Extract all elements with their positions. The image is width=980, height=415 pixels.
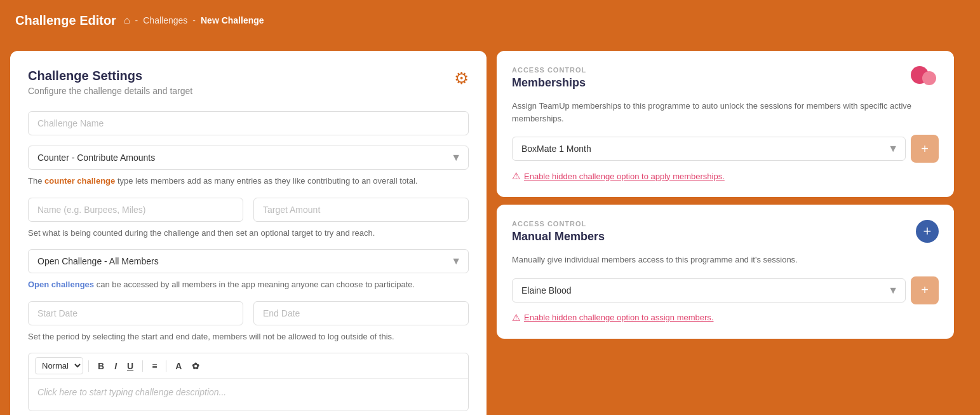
highlight-button[interactable]: ✿ [188, 358, 203, 374]
memberships-access-label: ACCESS CONTROL [512, 66, 586, 74]
open-challenges-highlight: Open challenges [28, 280, 94, 289]
editor-placeholder: Click here to start typing challenge des… [37, 387, 226, 397]
manual-member-select[interactable]: Elaine Blood [512, 278, 906, 303]
format-select[interactable]: Normal [35, 357, 83, 374]
home-icon[interactable]: ⌂ [124, 15, 130, 26]
main-content: Challenge Settings Configure the challen… [0, 41, 980, 415]
access-type-wrapper: Open Challenge - All Members ▼ [28, 249, 469, 273]
manual-members-select-row: Elaine Blood ▼ + [512, 276, 939, 304]
breadcrumb-new-challenge: New Challenge [201, 15, 264, 25]
left-panel: Challenge Settings Configure the challen… [10, 51, 487, 415]
italic-button[interactable]: I [111, 358, 121, 374]
underline-button[interactable]: U [123, 358, 137, 374]
circle-light-pink [922, 71, 936, 85]
counter-info: The counter challenge type lets members … [28, 175, 469, 187]
memberships-card: ACCESS CONTROL Memberships Assign TeamUp… [497, 51, 954, 197]
counter-challenge-highlight: counter challenge [44, 176, 115, 186]
memberships-warning-link[interactable]: Enable hidden challenge option to apply … [524, 172, 725, 181]
access-type-select[interactable]: Open Challenge - All Members [28, 249, 469, 273]
date-hint: Set the period by selecting the start an… [28, 330, 469, 343]
breadcrumb-sep-2: - [192, 15, 196, 25]
toolbar-divider-1 [88, 360, 89, 372]
manual-members-warning: ⚠ Enable hidden challenge option to assi… [512, 312, 939, 323]
panel-header-text: Challenge Settings Configure the challen… [28, 69, 192, 96]
editor-body[interactable]: Click here to start typing challenge des… [29, 379, 468, 411]
toolbar-divider-2 [142, 360, 143, 372]
breadcrumb: ⌂ - Challenges - New Challenge [124, 15, 264, 26]
gear-icon[interactable]: ⚙ [454, 69, 469, 88]
right-panel: ACCESS CONTROL Memberships Assign TeamUp… [497, 51, 954, 415]
membership-select-wrapper: BoxMate 1 Month ▼ [512, 137, 906, 161]
manual-members-header-text: ACCESS CONTROL Manual Members [512, 220, 605, 243]
membership-add-button[interactable]: + [911, 135, 939, 163]
challenge-name-input[interactable] [28, 111, 469, 135]
manual-member-select-wrapper: Elaine Blood ▼ [512, 278, 906, 303]
manual-members-card-header: ACCESS CONTROL Manual Members + [512, 220, 939, 243]
start-date-input[interactable] [28, 301, 243, 325]
list-button[interactable]: ≡ [148, 358, 161, 374]
membership-icon [911, 66, 939, 89]
target-amount-input[interactable] [253, 198, 469, 222]
open-challenges-suffix: can be accessed by all members in the ap… [94, 280, 415, 289]
warning-icon-memberships: ⚠ [512, 170, 520, 182]
date-row [28, 301, 469, 325]
breadcrumb-challenges[interactable]: Challenges [143, 15, 187, 25]
breadcrumb-sep-1: - [135, 15, 138, 25]
plus-circle-icon[interactable]: + [916, 220, 939, 243]
memberships-warning: ⚠ Enable hidden challenge option to appl… [512, 170, 939, 182]
manual-members-title: Manual Members [512, 230, 605, 243]
panel-subtitle: Configure the challenge details and targ… [28, 86, 192, 96]
panel-title: Challenge Settings [28, 69, 192, 83]
editor-toolbar: Normal B I U ≡ A ✿ [29, 353, 468, 379]
fields-hint: Set what is being counted during the cha… [28, 227, 469, 240]
open-challenges-info: Open challenges can be accessed by all m… [28, 278, 469, 291]
challenge-type-select[interactable]: Counter - Contribute Amounts [28, 146, 469, 170]
text-color-button[interactable]: A [171, 358, 185, 374]
challenge-type-wrapper: Counter - Contribute Amounts ▼ [28, 146, 469, 170]
memberships-select-row: BoxMate 1 Month ▼ + [512, 135, 939, 163]
app-header: Challenge Editor ⌂ - Challenges - New Ch… [0, 0, 980, 41]
counter-info-prefix: The [28, 176, 44, 186]
manual-members-warning-link[interactable]: Enable hidden challenge option to assign… [524, 313, 713, 322]
memberships-title: Memberships [512, 76, 586, 90]
end-date-input[interactable] [253, 301, 469, 325]
memberships-header-text: ACCESS CONTROL Memberships [512, 66, 586, 90]
name-input[interactable] [28, 198, 243, 222]
manual-member-add-button[interactable]: + [911, 276, 939, 304]
manual-members-description: Manually give individual members access … [512, 254, 939, 266]
memberships-card-header: ACCESS CONTROL Memberships [512, 66, 939, 90]
warning-icon-manual: ⚠ [512, 312, 520, 323]
bold-button[interactable]: B [94, 358, 108, 374]
description-editor: Normal B I U ≡ A ✿ Click here to start t… [28, 353, 469, 411]
counter-info-suffix: type lets members add as many entries as… [115, 176, 417, 186]
toolbar-divider-3 [166, 360, 166, 372]
membership-select[interactable]: BoxMate 1 Month [512, 137, 906, 161]
manual-members-card: ACCESS CONTROL Manual Members + Manually… [497, 205, 954, 339]
memberships-description: Assign TeamUp memberships to this progra… [512, 100, 939, 125]
name-target-row [28, 198, 469, 222]
app-title: Challenge Editor [15, 13, 116, 28]
panel-header: Challenge Settings Configure the challen… [28, 69, 469, 96]
manual-members-access-label: ACCESS CONTROL [512, 220, 605, 228]
